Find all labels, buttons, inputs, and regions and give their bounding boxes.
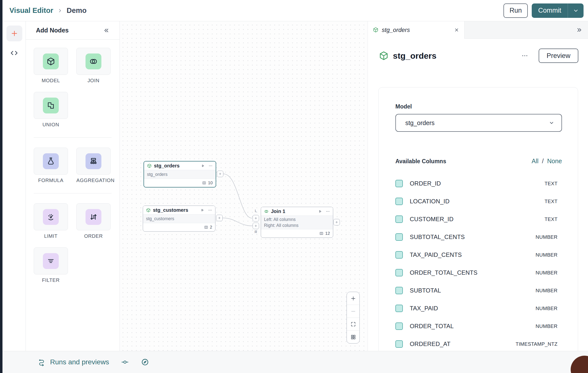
add-node-aggregation-button[interactable]: AGGREGATION [76,148,111,183]
zoom-in-button[interactable] [347,292,359,305]
union-icon [46,101,55,110]
column-checkbox[interactable] [395,305,403,312]
column-checkbox[interactable] [395,180,403,187]
column-checkbox[interactable] [395,322,403,330]
play-icon[interactable] [200,208,205,212]
palette-label: JOIN [76,78,111,83]
run-button[interactable]: Run [503,3,528,18]
columns-icon [204,225,208,229]
add-node-union-button[interactable]: UNION [34,92,68,128]
column-checkbox[interactable] [395,269,403,276]
play-icon[interactable] [201,164,205,168]
tab-stg-orders[interactable]: stg_orders [368,21,465,39]
more-options-icon[interactable] [208,208,212,212]
available-columns-label: Available Columns [395,158,446,165]
column-row: CUSTOMER_ID TEXT [395,210,562,228]
column-checkbox[interactable] [395,198,403,205]
commit-button[interactable]: Commit [532,3,568,18]
model-select[interactable]: stg_orders [395,114,562,132]
code-view-button[interactable] [8,48,21,58]
column-checkbox[interactable] [395,251,403,259]
output-handle-stg-orders[interactable] [217,171,223,177]
column-count: 12 [325,231,330,236]
column-checkbox[interactable] [395,215,403,223]
plus-icon [350,295,356,301]
column-name: ORDER_ID [410,180,441,187]
model-field-label: Model [395,103,562,110]
zoom-out-button[interactable] [347,305,359,318]
cube-icon [147,163,152,168]
left-port-label: L [253,209,259,213]
palette-label: ORDER [76,233,111,239]
output-handle-stg-customers[interactable] [216,215,223,221]
select-none-link[interactable]: None [547,158,562,165]
add-node-filter-button[interactable]: FILTER [34,247,68,283]
column-type: NUMBER [536,323,558,329]
palette-tile [43,153,59,169]
dag-canvas[interactable]: stg_orders stg_orders 10 stg_customers [120,21,368,351]
add-node-rail-button[interactable] [6,26,22,41]
tab-title: stg_orders [382,27,410,33]
join-icon [264,209,269,214]
add-node-join-button[interactable]: JOIN [76,48,111,83]
palette-label: MODEL [34,78,68,83]
join-right-config: Right: All columns [264,223,330,228]
join-left-input-handle[interactable] [253,215,259,221]
minus-icon [350,308,356,314]
compass-icon[interactable] [141,358,149,366]
close-icon[interactable] [454,27,459,33]
node-stg-orders[interactable]: stg_orders stg_orders 10 [144,161,216,187]
palette-tile [86,153,101,169]
column-checkbox[interactable] [395,340,403,348]
join-right-input-handle[interactable] [253,223,259,229]
palette-group: FORMULA AGGREGATION [34,148,119,183]
cube-icon [146,208,151,213]
collapse-panel-button[interactable] [103,27,110,34]
model-config-card: Model stg_orders Available Columns All /… [378,87,578,351]
commit-dropdown-button[interactable] [568,3,584,18]
columns-icon [319,231,323,236]
palette-label: LIMIT [34,233,68,239]
add-node-model-button[interactable]: MODEL [34,48,68,83]
palette-tile [43,98,59,113]
header-actions: Run Commit [503,3,584,18]
plus-icon [218,172,222,176]
column-name: LOCATION_ID [410,198,449,205]
git-commit-icon[interactable] [121,358,129,366]
play-icon[interactable] [318,209,322,213]
collapse-inspector-button[interactable] [576,27,583,33]
column-type: TEXT [545,216,558,222]
more-options-icon[interactable] [521,52,528,59]
add-nodes-title: Add Nodes [36,27,69,34]
palette-tile [43,209,59,225]
grid-icon [350,334,356,340]
column-type: NUMBER [536,288,558,293]
fit-view-button[interactable] [347,318,359,330]
canvas-zoom-controls [347,292,360,344]
add-node-limit-button[interactable]: LIMIT [34,203,68,239]
column-row: ORDER_TOTAL NUMBER [395,317,562,335]
auto-layout-button[interactable] [347,330,359,343]
node-join-1[interactable]: Join 1 Left: All columns Right: All colu… [261,207,333,238]
breadcrumb-root-link[interactable]: Visual Editor [9,6,53,15]
column-name: SUBTOTAL [410,287,441,294]
add-node-formula-button[interactable]: FORMULA [34,148,68,183]
column-row: TAX_PAID NUMBER [395,299,562,317]
palette-card [34,48,68,75]
more-options-icon[interactable] [208,164,213,168]
column-row: SUBTOTAL_CENTS NUMBER [395,228,562,246]
plus-icon [10,29,18,37]
column-checkbox[interactable] [395,287,403,294]
palette-card [34,203,68,230]
column-checkbox[interactable] [395,233,403,241]
node-stg-customers[interactable]: stg_customers stg_customers 2 [143,206,215,232]
more-options-icon[interactable] [326,209,330,213]
preview-button[interactable]: Preview [539,49,578,63]
palette-label: UNION [34,122,68,128]
select-all-link[interactable]: All [531,158,538,165]
output-handle-join[interactable] [333,219,340,225]
add-node-order-button[interactable]: ORDER [76,203,111,239]
runs-and-previews-button[interactable]: Runs and previews [50,358,109,366]
chevron-down-icon [573,7,579,14]
column-name: ORDER_TOTAL_CENTS [410,269,477,276]
